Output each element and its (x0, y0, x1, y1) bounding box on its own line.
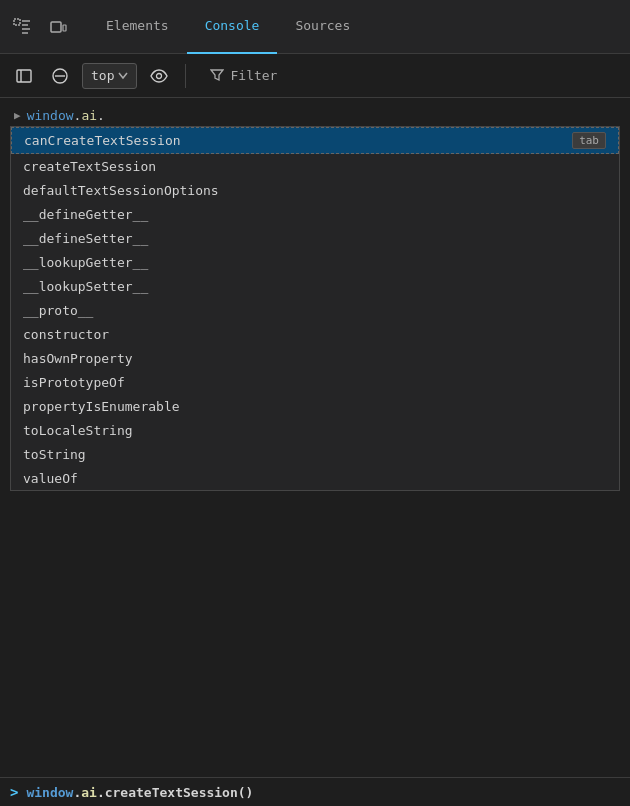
command-text[interactable]: window.ai.createTextSession() (26, 785, 253, 800)
list-item[interactable]: toLocaleString (11, 418, 619, 442)
list-item[interactable]: __proto__ (11, 298, 619, 322)
svg-point-7 (157, 73, 162, 78)
tab-console[interactable]: Console (187, 0, 278, 54)
list-item[interactable]: valueOf (11, 466, 619, 490)
console-input-text: window.ai. (27, 108, 105, 123)
expand-arrow[interactable]: ▶ (14, 109, 21, 122)
sidebar-toggle-button[interactable] (10, 62, 38, 90)
command-prompt: > (10, 784, 18, 800)
svg-rect-1 (51, 22, 61, 32)
filter-icon (210, 69, 224, 82)
eye-icon[interactable] (145, 62, 173, 90)
svg-rect-3 (17, 70, 31, 82)
autocomplete-item-selected[interactable]: canCreateTextSession tab (11, 127, 619, 154)
list-item[interactable]: __lookupGetter__ (11, 250, 619, 274)
inspector-icon[interactable] (8, 13, 36, 41)
toolbar: top Filter (0, 54, 630, 98)
list-item[interactable]: createTextSession (11, 154, 619, 178)
list-item[interactable]: __defineSetter__ (11, 226, 619, 250)
tab-elements[interactable]: Elements (88, 0, 187, 54)
list-item[interactable]: hasOwnProperty (11, 346, 619, 370)
list-item[interactable]: __defineGetter__ (11, 202, 619, 226)
svg-rect-2 (63, 25, 66, 31)
command-line: > window.ai.createTextSession() (0, 777, 630, 806)
tab-bar: Elements Console Sources (0, 0, 630, 54)
tab-bar-icons (8, 13, 72, 41)
clear-console-button[interactable] (46, 62, 74, 90)
tab-sources[interactable]: Sources (277, 0, 368, 54)
context-selector[interactable]: top (82, 63, 137, 89)
list-item[interactable]: __lookupSetter__ (11, 274, 619, 298)
list-item[interactable]: constructor (11, 322, 619, 346)
svg-rect-0 (14, 19, 20, 25)
console-input-line: ▶ window.ai. (0, 104, 630, 126)
filter-button[interactable]: Filter (198, 66, 289, 85)
chevron-down-icon (118, 72, 128, 80)
device-icon[interactable] (44, 13, 72, 41)
console-content: ▶ window.ai. canCreateTextSession tab cr… (0, 98, 630, 497)
list-item[interactable]: isPrototypeOf (11, 370, 619, 394)
list-item[interactable]: toString (11, 442, 619, 466)
list-item[interactable]: propertyIsEnumerable (11, 394, 619, 418)
list-item[interactable]: defaultTextSessionOptions (11, 178, 619, 202)
autocomplete-dropdown: canCreateTextSession tab createTextSessi… (10, 126, 620, 491)
toolbar-divider (185, 64, 186, 88)
